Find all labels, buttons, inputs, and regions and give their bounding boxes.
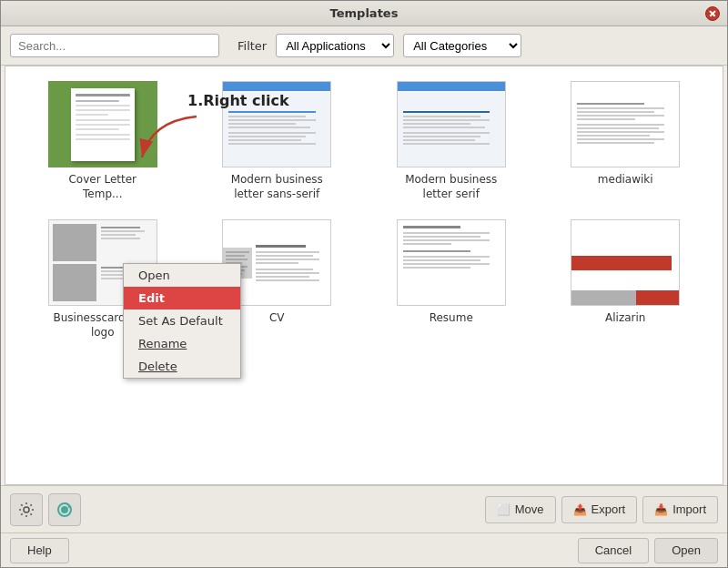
templates-window: Templates Filter All Applications Writer… xyxy=(0,0,728,568)
export-icon: 📤 xyxy=(573,503,587,516)
svg-point-3 xyxy=(61,506,68,513)
context-menu-open[interactable]: Open xyxy=(124,264,240,287)
refresh-icon-button[interactable] xyxy=(48,493,81,526)
template-item-modern-business-sans[interactable]: Modern businessletter sans-serif xyxy=(195,81,360,201)
template-label-mediawiki: mediawiki xyxy=(598,173,653,188)
template-label-modern-business-sans: Modern businessletter sans-serif xyxy=(231,173,323,201)
bottom-bar: ⬜ Move 📤 Export 📥 Import xyxy=(1,485,727,532)
cover-letter-doc xyxy=(71,88,135,161)
open-button[interactable]: Open xyxy=(654,538,718,563)
template-item-alizarin[interactable]: Alizarin xyxy=(543,219,709,340)
template-thumb-alizarin xyxy=(571,219,680,306)
import-icon: 📥 xyxy=(654,503,668,516)
context-menu-delete[interactable]: Delete xyxy=(124,355,240,378)
cancel-button[interactable]: Cancel xyxy=(578,538,649,563)
template-thumb-cover-letter xyxy=(48,81,157,167)
context-menu: Open Edit Set As Default Rename Delete xyxy=(123,263,241,379)
context-menu-set-default[interactable]: Set As Default xyxy=(124,309,240,332)
move-label: Move xyxy=(515,502,544,516)
import-label: Import xyxy=(672,502,706,516)
template-label-cv: CV xyxy=(269,311,285,326)
template-thumb-resume xyxy=(397,219,506,306)
template-thumb-modern-business-serif xyxy=(397,81,506,167)
svg-point-1 xyxy=(24,507,29,512)
footer-bar: Help Cancel Open xyxy=(1,532,727,567)
template-label-modern-business-serif: Modern businessletter serif xyxy=(405,173,497,201)
window-title: Templates xyxy=(330,6,399,20)
gear-icon xyxy=(17,501,35,519)
alizarin-header xyxy=(571,256,672,270)
template-thumb-modern-business-sans xyxy=(222,81,331,167)
template-label-cover-letter: Cover LetterTemp... xyxy=(68,173,136,201)
export-button[interactable]: 📤 Export xyxy=(561,496,638,523)
context-menu-rename[interactable]: Rename xyxy=(124,332,240,355)
filter-category-select[interactable]: All Categories Business Personal xyxy=(403,34,521,57)
toolbar: Filter All Applications Writer Calc Impr… xyxy=(1,26,727,66)
action-buttons: ⬜ Move 📤 Export 📥 Import xyxy=(485,496,718,523)
refresh-icon xyxy=(56,501,74,519)
templates-content-area: 1.Right click xyxy=(5,66,723,485)
title-bar: Templates xyxy=(1,1,727,26)
move-icon: ⬜ xyxy=(497,503,511,516)
template-item-resume[interactable]: Resume xyxy=(369,219,534,340)
close-button[interactable] xyxy=(705,6,720,21)
template-item-cover-letter[interactable]: Cover LetterTemp... Open Edit Set As Def… xyxy=(20,81,186,201)
template-item-mediawiki[interactable]: mediawiki xyxy=(543,81,709,201)
template-item-modern-business-serif[interactable]: Modern businessletter serif xyxy=(369,81,534,201)
context-menu-edit[interactable]: Edit xyxy=(124,287,240,309)
import-button[interactable]: 📥 Import xyxy=(642,496,718,523)
template-label-alizarin: Alizarin xyxy=(605,311,645,326)
settings-icon-button[interactable] xyxy=(10,493,43,526)
alizarin-body xyxy=(672,246,679,280)
search-input[interactable] xyxy=(10,34,219,57)
templates-grid: Cover LetterTemp... Open Edit Set As Def… xyxy=(20,81,708,340)
help-button[interactable]: Help xyxy=(10,538,69,563)
move-button[interactable]: ⬜ Move xyxy=(485,496,556,523)
filter-application-select[interactable]: All Applications Writer Calc Impress xyxy=(276,34,394,57)
filter-label: Filter xyxy=(238,39,267,53)
export-label: Export xyxy=(592,502,626,516)
template-label-resume: Resume xyxy=(430,311,473,326)
template-thumb-mediawiki xyxy=(571,81,680,167)
